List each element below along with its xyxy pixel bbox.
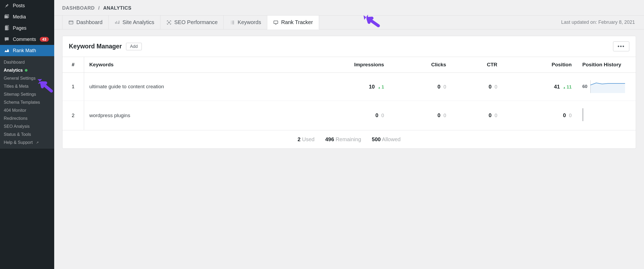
row-clicks: 0 0	[389, 101, 451, 130]
monitor-icon	[273, 20, 278, 25]
th-impressions[interactable]: Impressions	[291, 57, 389, 73]
last-updated: Last updated on: February 8, 2021	[561, 20, 636, 25]
table-row: 1 ultimate guide to content creation 10 …	[62, 73, 636, 101]
th-keywords[interactable]: Keywords	[84, 57, 291, 73]
tab-keywords[interactable]: Keywords	[224, 16, 267, 29]
subitem-analytics[interactable]: Analytics	[0, 66, 54, 74]
th-ctr[interactable]: CTR	[451, 57, 503, 73]
media-icon	[4, 14, 10, 20]
card-header: Keyword Manager Add •••	[62, 36, 636, 57]
row-impressions: 10 1	[291, 73, 389, 101]
breadcrumb-sep: /	[98, 5, 100, 11]
page-icon	[4, 25, 10, 31]
admin-sidebar: Posts Media Pages Comments 43 Rank Math …	[0, 0, 54, 269]
breadcrumb-current: ANALYTICS	[103, 5, 131, 11]
empty-sparkline	[582, 108, 583, 121]
sidebar-item-media[interactable]: Media	[0, 11, 54, 22]
sidebar-label: Comments	[13, 37, 36, 42]
breadcrumb: DASHBOARD / ANALYTICS	[54, 0, 644, 15]
sidebar-item-posts[interactable]: Posts	[0, 0, 54, 11]
row-keyword[interactable]: ultimate guide to content creation	[84, 73, 291, 101]
sidebar-label: Posts	[13, 3, 25, 9]
footer-remaining: 496 Remaining	[325, 136, 361, 143]
dashboard-icon	[68, 20, 74, 25]
row-ctr: 0 0	[451, 73, 503, 101]
list-icon	[230, 20, 235, 25]
sidebar-label: Rank Math	[13, 48, 36, 53]
tab-site-analytics[interactable]: Site Analytics	[109, 16, 160, 29]
sparkline-chart	[590, 80, 625, 93]
subitem-redirections[interactable]: Redirections	[0, 114, 54, 122]
th-clicks[interactable]: Clicks	[389, 57, 451, 73]
sidebar-item-pages[interactable]: Pages	[0, 22, 54, 34]
row-num: 1	[62, 73, 84, 101]
external-link-icon: ↗	[36, 141, 39, 144]
row-history: 60	[577, 73, 636, 101]
focus-icon	[166, 20, 172, 25]
table-row: 2 wordpress plugins 0 0 0 0 0 0	[62, 101, 636, 130]
th-position[interactable]: Position	[502, 57, 577, 73]
card-title: Keyword Manager	[69, 43, 122, 50]
sidebar-item-comments[interactable]: Comments 43	[0, 34, 54, 45]
bar-chart-icon	[115, 20, 120, 25]
subitem-schema[interactable]: Schema Templates	[0, 98, 54, 106]
tab-rank-tracker[interactable]: Rank Tracker	[267, 16, 319, 29]
sidebar-label: Pages	[13, 25, 26, 31]
row-ctr: 0 0	[451, 101, 503, 130]
sidebar-submenu: Dashboard Analytics General Settings Tit…	[0, 56, 54, 149]
tab-seo-performance[interactable]: SEO Performance	[160, 16, 224, 29]
subitem-seo-analysis[interactable]: SEO Analysis	[0, 122, 54, 130]
svg-rect-4	[69, 21, 73, 24]
sidebar-label: Media	[13, 14, 26, 20]
comment-icon	[4, 36, 10, 42]
subitem-help[interactable]: Help & Support↗	[0, 139, 54, 147]
row-position: 0 0	[502, 101, 577, 130]
breadcrumb-root[interactable]: DASHBOARD	[62, 5, 95, 11]
more-options-button[interactable]: •••	[613, 41, 629, 51]
tab-dashboard[interactable]: Dashboard	[62, 16, 109, 29]
footer-used: 2 Used	[298, 136, 315, 143]
add-keyword-button[interactable]: Add	[126, 43, 142, 50]
row-clicks: 0 0	[389, 73, 451, 101]
sidebar-item-rankmath[interactable]: Rank Math	[0, 45, 54, 56]
th-num[interactable]: #	[62, 57, 84, 73]
tabs-row: Dashboard Site Analytics SEO Performance…	[54, 15, 644, 29]
keyword-manager-card: Keyword Manager Add ••• # Keywords Impre…	[62, 36, 636, 149]
svg-rect-7	[274, 21, 278, 24]
row-impressions: 0 0	[291, 101, 389, 130]
row-history	[577, 101, 636, 130]
svg-point-6	[168, 22, 170, 23]
status-dot-icon	[25, 69, 28, 72]
subitem-status-tools[interactable]: Status & Tools	[0, 130, 54, 139]
subitem-404[interactable]: 404 Monitor	[0, 106, 54, 114]
comments-badge: 43	[40, 37, 49, 42]
th-history[interactable]: Position History	[577, 57, 636, 73]
footer-allowed: 500 Allowed	[372, 136, 401, 143]
pin-icon	[4, 3, 10, 9]
row-keyword[interactable]: wordpress plugins	[84, 101, 291, 130]
row-position: 41 11	[502, 73, 577, 101]
keywords-table: # Keywords Impressions Clicks CTR Positi…	[62, 57, 636, 130]
row-num: 2	[62, 101, 84, 130]
main-content: DASHBOARD / ANALYTICS Dashboard Site Ana…	[54, 0, 644, 269]
subitem-dashboard[interactable]: Dashboard	[0, 58, 54, 66]
chart-icon	[4, 48, 10, 53]
table-footer: 2 Used 496 Remaining 500 Allowed	[62, 130, 636, 148]
